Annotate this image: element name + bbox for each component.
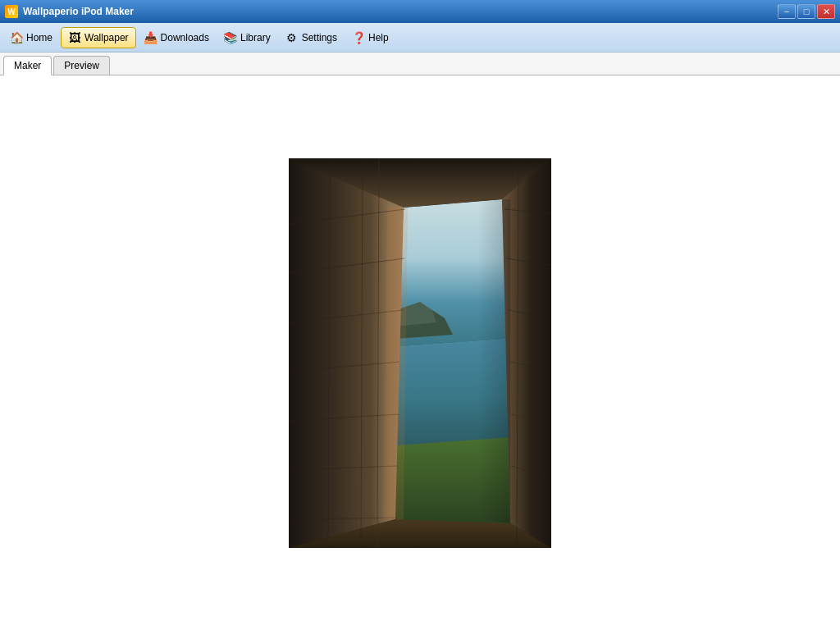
menu-library-label: Library	[240, 32, 271, 43]
menu-settings-label: Settings	[302, 32, 337, 43]
close-button[interactable]: ✕	[817, 4, 835, 19]
title-bar: W Wallpaperio iPod Maker − □ ✕	[0, 0, 840, 23]
library-icon: 📚	[224, 31, 237, 44]
menu-library[interactable]: 📚 Library	[217, 28, 277, 48]
svg-marker-31	[383, 208, 408, 519]
minimize-button[interactable]: −	[778, 4, 796, 19]
menu-wallpaper[interactable]: 🖼 Wallpaper	[61, 27, 136, 48]
menu-downloads[interactable]: 📥 Downloads	[138, 28, 216, 48]
tab-maker[interactable]: Maker	[3, 56, 52, 75]
maximize-button[interactable]: □	[797, 4, 815, 19]
menu-home-label: Home	[26, 32, 52, 43]
app-icon: W	[5, 5, 18, 18]
menu-home[interactable]: 🏠 Home	[3, 28, 59, 48]
svg-marker-30	[477, 199, 510, 523]
menu-downloads-label: Downloads	[161, 32, 209, 43]
downloads-icon: 📥	[144, 31, 158, 44]
window-controls: − □ ✕	[778, 4, 835, 19]
menu-wallpaper-label: Wallpaper	[84, 32, 129, 43]
tab-bar: Maker Preview	[0, 52, 840, 75]
help-icon: ❓	[352, 31, 365, 44]
menu-settings[interactable]: ⚙ Settings	[279, 28, 344, 48]
menu-help-label: Help	[368, 32, 389, 43]
photo-frame	[289, 158, 551, 548]
tab-preview[interactable]: Preview	[53, 56, 110, 75]
main-area	[0, 75, 840, 630]
photo-scene	[289, 158, 551, 548]
image-container	[0, 75, 840, 630]
window-title: Wallpaperio iPod Maker	[23, 6, 773, 17]
settings-icon: ⚙	[285, 31, 299, 44]
menu-help[interactable]: ❓ Help	[345, 28, 395, 48]
wallpaper-icon: 🖼	[68, 31, 81, 44]
home-icon: 🏠	[10, 31, 23, 44]
menu-bar: 🏠 Home 🖼 Wallpaper 📥 Downloads 📚 Library…	[0, 23, 840, 52]
